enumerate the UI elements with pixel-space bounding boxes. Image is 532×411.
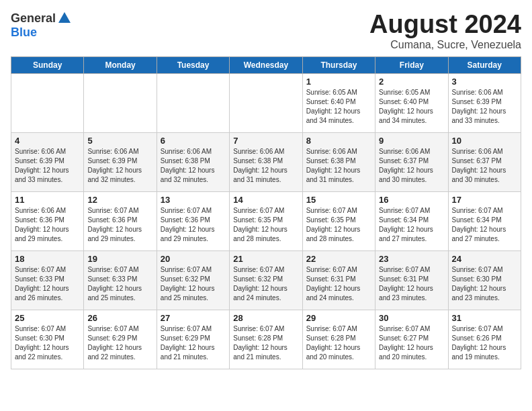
calendar-cell: 26Sunrise: 6:07 AM Sunset: 6:29 PM Dayli… — [84, 310, 157, 369]
calendar-subtitle: Cumana, Sucre, Venezuela — [369, 39, 521, 51]
day-number: 27 — [161, 313, 226, 323]
day-of-week-header: Tuesday — [157, 56, 229, 73]
day-number: 21 — [233, 254, 298, 264]
title-area: August 2024 Cumana, Sucre, Venezuela — [369, 11, 521, 51]
day-number: 18 — [15, 254, 80, 264]
day-number: 4 — [15, 136, 80, 146]
calendar-cell: 23Sunrise: 6:07 AM Sunset: 6:31 PM Dayli… — [375, 250, 448, 310]
calendar-week-row: 18Sunrise: 6:07 AM Sunset: 6:33 PM Dayli… — [11, 250, 521, 310]
day-number: 28 — [233, 313, 298, 323]
calendar-cell: 5Sunrise: 6:06 AM Sunset: 6:39 PM Daylig… — [84, 132, 157, 191]
day-number: 14 — [233, 195, 298, 205]
calendar-cell: 31Sunrise: 6:07 AM Sunset: 6:26 PM Dayli… — [448, 310, 521, 369]
day-of-week-header: Wednesday — [230, 56, 302, 73]
calendar-cell — [230, 73, 302, 132]
day-info: Sunrise: 6:07 AM Sunset: 6:36 PM Dayligh… — [161, 206, 226, 244]
calendar-cell: 18Sunrise: 6:07 AM Sunset: 6:33 PM Dayli… — [11, 250, 84, 310]
calendar-header: SundayMondayTuesdayWednesdayThursdayFrid… — [11, 56, 521, 73]
day-info: Sunrise: 6:07 AM Sunset: 6:32 PM Dayligh… — [233, 265, 298, 303]
day-info: Sunrise: 6:07 AM Sunset: 6:29 PM Dayligh… — [87, 324, 152, 362]
day-of-week-header: Thursday — [302, 56, 375, 73]
days-of-week-row: SundayMondayTuesdayWednesdayThursdayFrid… — [11, 56, 521, 73]
day-info: Sunrise: 6:07 AM Sunset: 6:34 PM Dayligh… — [452, 206, 517, 244]
day-info: Sunrise: 6:06 AM Sunset: 6:39 PM Dayligh… — [87, 147, 152, 185]
calendar-cell: 21Sunrise: 6:07 AM Sunset: 6:32 PM Dayli… — [230, 250, 302, 310]
calendar-cell: 12Sunrise: 6:07 AM Sunset: 6:36 PM Dayli… — [84, 191, 157, 250]
day-number: 17 — [452, 195, 517, 205]
day-number: 13 — [161, 195, 226, 205]
calendar-cell: 8Sunrise: 6:06 AM Sunset: 6:38 PM Daylig… — [302, 132, 375, 191]
day-info: Sunrise: 6:06 AM Sunset: 6:38 PM Dayligh… — [233, 147, 298, 185]
calendar-cell: 15Sunrise: 6:07 AM Sunset: 6:35 PM Dayli… — [302, 191, 375, 250]
calendar-cell: 17Sunrise: 6:07 AM Sunset: 6:34 PM Dayli… — [448, 191, 521, 250]
day-info: Sunrise: 6:07 AM Sunset: 6:33 PM Dayligh… — [87, 265, 152, 303]
logo-blue-text: Blue — [11, 26, 37, 40]
day-of-week-header: Saturday — [448, 56, 521, 73]
calendar-cell: 25Sunrise: 6:07 AM Sunset: 6:30 PM Dayli… — [11, 310, 84, 369]
calendar-cell: 28Sunrise: 6:07 AM Sunset: 6:28 PM Dayli… — [230, 310, 302, 369]
day-of-week-header: Sunday — [11, 56, 84, 73]
calendar-week-row: 4Sunrise: 6:06 AM Sunset: 6:39 PM Daylig… — [11, 132, 521, 191]
day-number: 16 — [379, 195, 444, 205]
calendar-week-row: 1Sunrise: 6:05 AM Sunset: 6:40 PM Daylig… — [11, 73, 521, 132]
calendar-cell — [84, 73, 157, 132]
calendar-cell: 30Sunrise: 6:07 AM Sunset: 6:27 PM Dayli… — [375, 310, 448, 369]
day-info: Sunrise: 6:05 AM Sunset: 6:40 PM Dayligh… — [379, 88, 444, 126]
calendar-cell: 19Sunrise: 6:07 AM Sunset: 6:33 PM Dayli… — [84, 250, 157, 310]
day-info: Sunrise: 6:06 AM Sunset: 6:39 PM Dayligh… — [15, 147, 80, 185]
day-number: 15 — [306, 195, 371, 205]
calendar-title: August 2024 — [369, 11, 521, 39]
calendar-cell: 24Sunrise: 6:07 AM Sunset: 6:30 PM Dayli… — [448, 250, 521, 310]
calendar-cell: 27Sunrise: 6:07 AM Sunset: 6:29 PM Dayli… — [157, 310, 229, 369]
day-number: 25 — [15, 313, 80, 323]
day-number: 11 — [15, 195, 80, 205]
svg-marker-0 — [58, 12, 71, 23]
day-info: Sunrise: 6:06 AM Sunset: 6:39 PM Dayligh… — [452, 88, 517, 126]
day-number: 7 — [233, 136, 298, 146]
day-number: 22 — [306, 254, 371, 264]
logo-general-text: General — [11, 11, 56, 26]
day-number: 5 — [87, 136, 152, 146]
day-info: Sunrise: 6:06 AM Sunset: 6:37 PM Dayligh… — [379, 147, 444, 185]
calendar-cell: 20Sunrise: 6:07 AM Sunset: 6:32 PM Dayli… — [157, 250, 229, 310]
day-info: Sunrise: 6:07 AM Sunset: 6:36 PM Dayligh… — [87, 206, 152, 244]
day-number: 12 — [87, 195, 152, 205]
day-number: 24 — [452, 254, 517, 264]
calendar-week-row: 25Sunrise: 6:07 AM Sunset: 6:30 PM Dayli… — [11, 310, 521, 369]
calendar-cell — [157, 73, 229, 132]
calendar-cell: 7Sunrise: 6:06 AM Sunset: 6:38 PM Daylig… — [230, 132, 302, 191]
day-number: 10 — [452, 136, 517, 146]
calendar-cell: 22Sunrise: 6:07 AM Sunset: 6:31 PM Dayli… — [302, 250, 375, 310]
day-number: 2 — [379, 77, 444, 87]
day-number: 6 — [161, 136, 226, 146]
day-info: Sunrise: 6:07 AM Sunset: 6:27 PM Dayligh… — [379, 324, 444, 362]
calendar-cell: 10Sunrise: 6:06 AM Sunset: 6:37 PM Dayli… — [448, 132, 521, 191]
day-info: Sunrise: 6:07 AM Sunset: 6:31 PM Dayligh… — [306, 265, 371, 303]
day-info: Sunrise: 6:07 AM Sunset: 6:29 PM Dayligh… — [161, 324, 226, 362]
day-number: 31 — [452, 313, 517, 323]
header: General Blue August 2024 Cumana, Sucre, … — [11, 11, 521, 51]
day-number: 3 — [452, 77, 517, 87]
calendar-cell: 14Sunrise: 6:07 AM Sunset: 6:35 PM Dayli… — [230, 191, 302, 250]
day-info: Sunrise: 6:07 AM Sunset: 6:30 PM Dayligh… — [15, 324, 80, 362]
day-number: 19 — [87, 254, 152, 264]
day-info: Sunrise: 6:06 AM Sunset: 6:36 PM Dayligh… — [15, 206, 80, 244]
day-info: Sunrise: 6:07 AM Sunset: 6:35 PM Dayligh… — [306, 206, 371, 244]
day-info: Sunrise: 6:06 AM Sunset: 6:38 PM Dayligh… — [306, 147, 371, 185]
calendar-body: 1Sunrise: 6:05 AM Sunset: 6:40 PM Daylig… — [11, 73, 521, 369]
calendar-cell: 29Sunrise: 6:07 AM Sunset: 6:28 PM Dayli… — [302, 310, 375, 369]
day-info: Sunrise: 6:05 AM Sunset: 6:40 PM Dayligh… — [306, 88, 371, 126]
calendar-cell: 11Sunrise: 6:06 AM Sunset: 6:36 PM Dayli… — [11, 191, 84, 250]
day-info: Sunrise: 6:07 AM Sunset: 6:26 PM Dayligh… — [452, 324, 517, 362]
calendar-cell: 13Sunrise: 6:07 AM Sunset: 6:36 PM Dayli… — [157, 191, 229, 250]
day-number: 20 — [161, 254, 226, 264]
day-info: Sunrise: 6:06 AM Sunset: 6:37 PM Dayligh… — [452, 147, 517, 185]
logo: General Blue — [11, 11, 72, 40]
day-info: Sunrise: 6:06 AM Sunset: 6:38 PM Dayligh… — [161, 147, 226, 185]
day-info: Sunrise: 6:07 AM Sunset: 6:28 PM Dayligh… — [233, 324, 298, 362]
day-number: 30 — [379, 313, 444, 323]
day-number: 26 — [87, 313, 152, 323]
day-of-week-header: Monday — [84, 56, 157, 73]
calendar-cell: 9Sunrise: 6:06 AM Sunset: 6:37 PM Daylig… — [375, 132, 448, 191]
day-of-week-header: Friday — [375, 56, 448, 73]
